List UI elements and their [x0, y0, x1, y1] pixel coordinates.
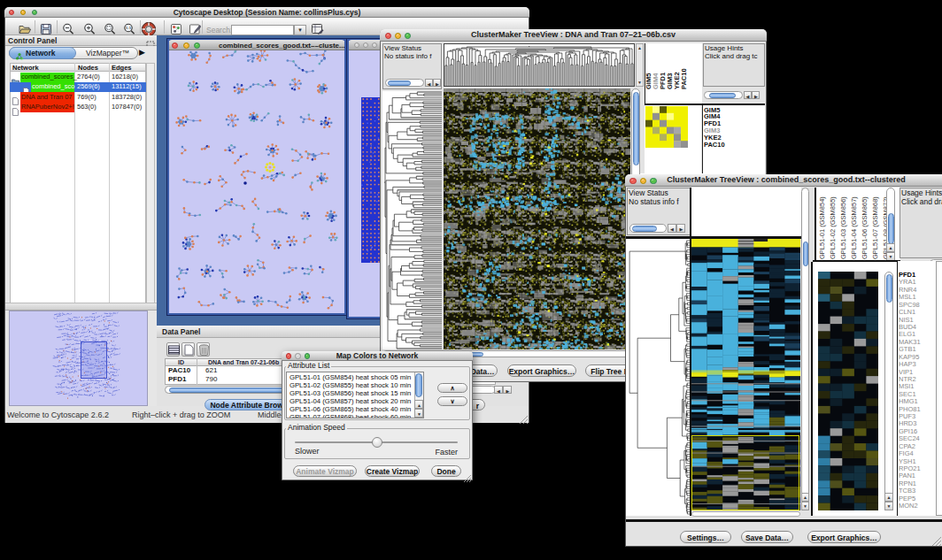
- svg-text:1:1: 1:1: [126, 26, 132, 30]
- svg-text:GPL51-01 (GSM854): GPL51-01 (GSM854): [818, 196, 826, 259]
- svg-text:GPL51-07 (GSM868): GPL51-07 (GSM868): [871, 196, 879, 259]
- svg-text:GPL51-03 (GSM856): GPL51-03 (GSM856): [839, 196, 847, 259]
- svg-text:PAC10: PAC10: [680, 68, 688, 89]
- svg-text:GPL51-04 (GSM857): GPL51-04 (GSM857): [850, 196, 858, 259]
- svg-text:GPL51-06 (GSM865): GPL51-06 (GSM865): [861, 196, 869, 259]
- svg-text:GPL51-02 (GSM855): GPL51-02 (GSM855): [829, 196, 837, 259]
